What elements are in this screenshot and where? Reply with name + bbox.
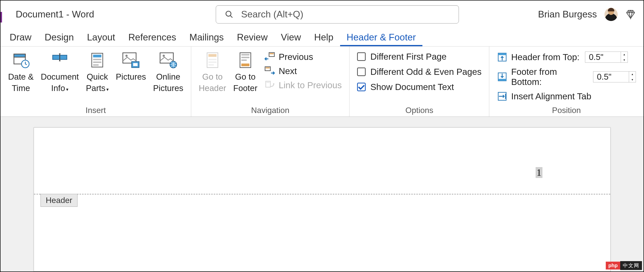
- avatar-body: [605, 13, 617, 21]
- spinner-up-icon[interactable]: ▴: [621, 52, 628, 57]
- spinner-up-icon[interactable]: ▴: [629, 71, 636, 77]
- footer-from-bottom-icon: [497, 72, 508, 82]
- nav-links: Previous Next Link to Previous: [262, 50, 344, 93]
- tab-help[interactable]: Help: [307, 30, 340, 46]
- ribbon-tabs: Draw Design Layout References Mailings R…: [1, 28, 643, 47]
- ribbon: Date & Time Document Info▾ Quick Parts▾ …: [1, 47, 643, 117]
- user-name: Brian Burgess: [538, 9, 597, 20]
- avatar[interactable]: [604, 8, 618, 21]
- link-to-previous-icon: [264, 80, 275, 90]
- svg-rect-9: [93, 59, 102, 60]
- go-to-footer-icon: [236, 51, 255, 69]
- document-info-button[interactable]: Document Info▾: [38, 50, 81, 95]
- diamond-icon[interactable]: [625, 9, 636, 20]
- link-to-previous-label: Link to Previous: [279, 80, 342, 90]
- group-options: Different First Page Different Odd & Eve…: [349, 47, 489, 117]
- online-pictures-label: Online Pictures: [153, 71, 183, 94]
- spinner-down-icon[interactable]: ▾: [629, 77, 636, 82]
- tab-review[interactable]: Review: [230, 30, 274, 46]
- next-label: Next: [279, 66, 297, 76]
- tab-design[interactable]: Design: [38, 30, 80, 46]
- group-insert: Date & Time Document Info▾ Quick Parts▾ …: [1, 47, 191, 117]
- go-to-footer-button[interactable]: Go to Footer: [231, 50, 260, 95]
- footer-from-bottom-value[interactable]: 0.5": [593, 72, 629, 82]
- group-options-label: Options: [355, 104, 484, 115]
- chevron-down-icon: ▾: [106, 87, 109, 92]
- svg-rect-20: [208, 54, 217, 57]
- tab-references[interactable]: References: [122, 30, 183, 46]
- pictures-icon: [122, 51, 140, 69]
- different-odd-even-checkbox[interactable]: Different Odd & Even Pages: [357, 67, 481, 77]
- svg-rect-28: [241, 63, 249, 66]
- different-odd-even-label: Different Odd & Even Pages: [370, 67, 481, 77]
- svg-rect-32: [266, 67, 270, 69]
- link-to-previous-button: Link to Previous: [264, 80, 342, 90]
- tab-mailings[interactable]: Mailings: [183, 30, 230, 46]
- previous-button[interactable]: Previous: [264, 52, 342, 62]
- svg-rect-29: [269, 53, 275, 57]
- document-title: Document1 - Word: [16, 9, 94, 20]
- svg-rect-21: [208, 59, 217, 60]
- group-navigation: Go to Header Go to Footer Previous Next: [191, 47, 350, 117]
- svg-rect-34: [266, 82, 270, 83]
- header-from-top-row: Header from Top: 0.5" ▴ ▾: [497, 52, 636, 63]
- svg-rect-8: [93, 55, 102, 57]
- svg-rect-39: [498, 79, 506, 81]
- header-from-top-icon: [497, 52, 508, 62]
- svg-rect-11: [93, 64, 99, 65]
- user-area: Brian Burgess: [538, 8, 636, 21]
- footer-from-bottom-row: Footer from Bottom: 0.5" ▴ ▾: [497, 67, 636, 87]
- svg-point-13: [125, 55, 128, 57]
- alignment-tab-icon: [497, 91, 508, 102]
- next-button[interactable]: Next: [264, 66, 342, 76]
- quick-parts-icon: [88, 51, 106, 69]
- quick-parts-label: Quick Parts▾: [86, 71, 109, 94]
- svg-point-0: [226, 11, 231, 16]
- insert-alignment-tab-label: Insert Alignment Tab: [511, 91, 591, 101]
- search-icon: [225, 10, 233, 19]
- spinner-down-icon[interactable]: ▾: [621, 57, 628, 63]
- show-document-text-checkbox[interactable]: Show Document Text: [357, 82, 481, 92]
- svg-rect-25: [241, 54, 249, 55]
- svg-rect-22: [208, 61, 217, 63]
- tab-header-footer[interactable]: Header & Footer: [340, 30, 423, 46]
- title-bar: Document1 - Word Search (Alt+Q) Brian Bu…: [1, 1, 643, 28]
- header-tab-label: Header: [41, 194, 78, 207]
- footer-from-bottom-label: Footer from Bottom:: [511, 67, 588, 87]
- quick-parts-button[interactable]: Quick Parts▾: [83, 50, 111, 95]
- svg-rect-27: [241, 59, 247, 61]
- go-to-header-button: Go to Header: [196, 50, 229, 95]
- page-number[interactable]: 1: [536, 167, 542, 178]
- svg-point-17: [163, 55, 165, 57]
- insert-alignment-tab-button[interactable]: Insert Alignment Tab: [497, 91, 636, 102]
- next-icon: [264, 66, 275, 76]
- avatar-hair: [608, 8, 614, 11]
- pictures-button[interactable]: Pictures: [113, 50, 148, 84]
- tab-draw[interactable]: Draw: [3, 30, 38, 46]
- svg-point-35: [273, 83, 275, 84]
- header-from-top-spinner[interactable]: 0.5" ▴ ▾: [585, 52, 628, 63]
- show-document-text-label: Show Document Text: [370, 82, 454, 92]
- watermark-b: 中文网: [620, 261, 642, 270]
- pictures-label: Pictures: [116, 71, 146, 83]
- tab-layout[interactable]: Layout: [81, 30, 122, 46]
- tab-view[interactable]: View: [274, 30, 308, 46]
- different-first-page-checkbox[interactable]: Different First Page: [357, 52, 481, 62]
- go-to-header-icon: [203, 51, 222, 69]
- page[interactable]: 1 Header: [34, 127, 611, 271]
- online-pictures-icon: [159, 51, 177, 69]
- svg-rect-37: [498, 53, 506, 55]
- checkbox-checked-icon: [357, 83, 366, 91]
- svg-rect-15: [133, 63, 138, 66]
- watermark-a: php: [606, 262, 620, 269]
- document-info-icon: [51, 51, 69, 69]
- footer-from-bottom-spinner[interactable]: 0.5" ▴ ▾: [593, 71, 636, 82]
- svg-rect-30: [270, 53, 274, 54]
- search-box[interactable]: Search (Alt+Q): [216, 5, 459, 24]
- previous-label: Previous: [279, 52, 313, 62]
- checkbox-icon: [357, 52, 366, 61]
- date-time-button[interactable]: Date & Time: [6, 50, 36, 95]
- header-from-top-value[interactable]: 0.5": [585, 52, 621, 62]
- online-pictures-button[interactable]: Online Pictures: [151, 50, 186, 95]
- header-boundary-line: [34, 194, 610, 194]
